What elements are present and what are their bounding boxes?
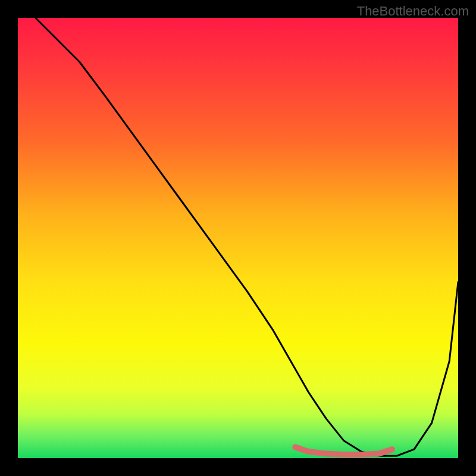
chart-svg bbox=[18, 18, 458, 458]
watermark-text: TheBottleneck.com bbox=[357, 4, 469, 19]
chart-background bbox=[18, 18, 458, 458]
plot-area bbox=[18, 18, 458, 458]
